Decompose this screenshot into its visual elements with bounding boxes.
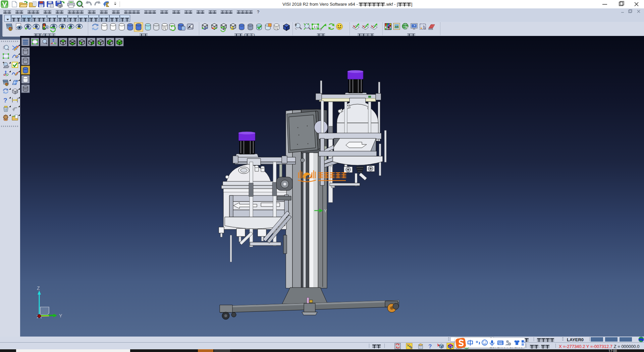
svg-text:7: 7 [509, 343, 510, 345]
svg-text:1:1: 1:1 [314, 25, 318, 29]
svg-text:Y: Y [324, 208, 327, 213]
svg-text:Z: Z [37, 285, 40, 291]
svg-text:?: ? [428, 343, 432, 349]
svg-text:Y: Y [59, 313, 62, 318]
svg-text:?: ? [3, 97, 7, 104]
